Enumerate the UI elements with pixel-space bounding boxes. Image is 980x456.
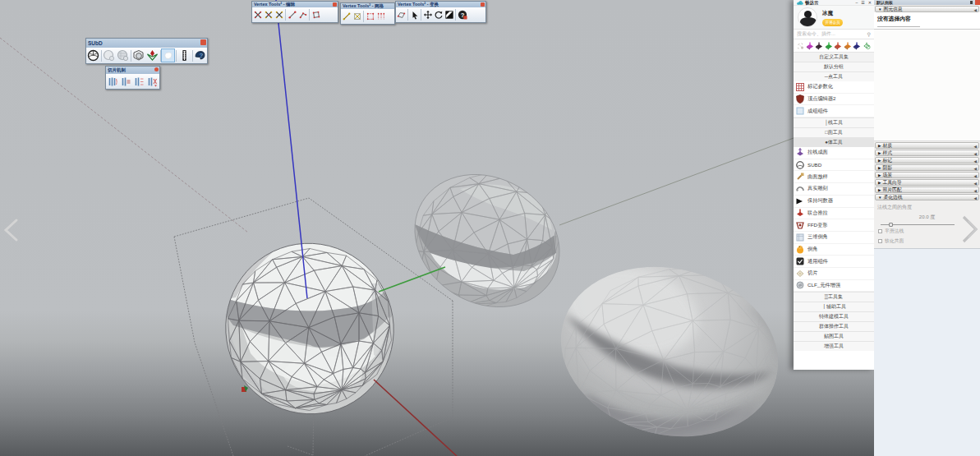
svg-text:?: ?: [200, 52, 204, 59]
